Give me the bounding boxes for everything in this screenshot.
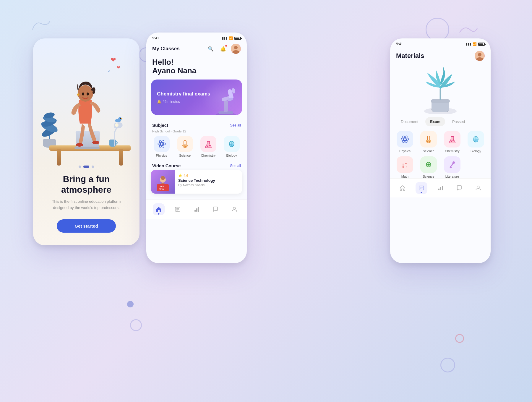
- mat-math-icon: + − × ÷: [397, 156, 413, 173]
- video-section-header: Video Course See all: [146, 160, 247, 170]
- mat-science[interactable]: Science: [419, 131, 439, 153]
- mat-nav-home[interactable]: [397, 182, 408, 194]
- svg-rect-47: [194, 210, 196, 212]
- dot-2[interactable]: [83, 166, 89, 168]
- dot-3[interactable]: [92, 166, 94, 168]
- svg-point-58: [404, 138, 406, 140]
- onboarding-content: ❤ ❤ ♪ Bring a fun atmosphere This is the…: [33, 38, 140, 245]
- nav-stats[interactable]: [191, 203, 202, 215]
- search-button[interactable]: 🔍: [206, 44, 215, 54]
- video-info: ⭐ 4.6 Science Technology By Nozomi Sasak…: [175, 170, 242, 194]
- onboarding-illustration: ❤ ❤ ♪: [33, 38, 140, 166]
- nav-profile[interactable]: [228, 203, 240, 215]
- subject-science[interactable]: Science: [174, 136, 195, 157]
- materials-subjects-row2: + − × ÷ Math Science: [390, 156, 491, 178]
- subject-section-header: Subject See all: [146, 120, 247, 129]
- svg-text:×: ×: [402, 166, 404, 169]
- svg-rect-49: [198, 207, 199, 212]
- physics-icon-wrap: [154, 136, 170, 152]
- mat-math[interactable]: + − × ÷ Math: [395, 156, 415, 178]
- mat-literature-icon: [444, 156, 460, 173]
- battery-icon-3: [478, 43, 485, 46]
- signal-icon: ▮▮▮: [222, 36, 227, 40]
- chemistry-icon-wrap: [200, 136, 216, 152]
- mat-nav-chat[interactable]: [453, 182, 465, 194]
- subject-grade: High School - Grade 12: [146, 129, 247, 133]
- mat-chemistry[interactable]: Chemistry: [442, 131, 462, 153]
- tab-document[interactable]: Document: [396, 117, 423, 126]
- svg-point-76: [428, 164, 429, 166]
- user-avatar-2[interactable]: [231, 44, 241, 54]
- phone-my-classes: 9:41 ▮▮▮ 📶 My Classes 🔍 🔔: [146, 33, 247, 263]
- subject-physics[interactable]: Physics: [151, 136, 172, 157]
- person-character: [69, 73, 104, 147]
- notification-button[interactable]: 🔔: [218, 44, 228, 54]
- materials-header: Materials: [390, 48, 491, 64]
- video-course-card[interactable]: Live Now ⭐ 4.6 Science Technology By Noz…: [151, 170, 242, 194]
- mat-nav-classes[interactable]: [416, 182, 427, 194]
- nav-classes[interactable]: [172, 203, 184, 215]
- plant-decoration: [39, 105, 66, 149]
- microscope-illustration: [213, 87, 239, 115]
- get-started-button[interactable]: Get started: [57, 219, 116, 233]
- nav-chat[interactable]: [210, 203, 221, 215]
- mat-science-icon: [420, 131, 437, 147]
- svg-rect-85: [440, 187, 441, 190]
- status-bar-3: 9:41 ▮▮▮ 📶: [390, 38, 491, 48]
- phone-materials: 9:41 ▮▮▮ 📶 Materials: [390, 38, 491, 263]
- svg-rect-33: [184, 141, 186, 145]
- bottom-nav-2: [146, 200, 247, 219]
- svg-rect-24: [224, 100, 228, 112]
- mat-nav-stats[interactable]: [434, 182, 446, 194]
- exam-banner-title: Chemistry final exams: [157, 91, 236, 97]
- subject-chemistry[interactable]: Chemistry: [198, 136, 219, 157]
- app-title-2: My Classes: [152, 46, 180, 52]
- svg-point-29: [160, 143, 163, 145]
- subject-see-all[interactable]: See all: [230, 123, 241, 127]
- tab-passed[interactable]: Passed: [447, 117, 470, 126]
- live-badge: Live Now: [157, 184, 169, 191]
- subjects-grid: Physics Science: [146, 136, 247, 157]
- video-see-all[interactable]: See all: [230, 164, 241, 168]
- dot-1[interactable]: [79, 166, 81, 168]
- status-icons-2: ▮▮▮ 📶: [222, 36, 241, 40]
- mat-science-label: Science: [423, 149, 434, 153]
- mat-nav-profile[interactable]: [472, 182, 484, 194]
- desk-leg-right: [119, 149, 123, 166]
- music-note-decoration: ♪: [108, 68, 110, 73]
- bottom-nav-3: [390, 178, 491, 197]
- video-title: Video Course: [152, 163, 181, 168]
- materials-subjects-row1: Physics Science: [390, 131, 491, 153]
- exam-banner-time: 🔔 45 minutes: [157, 100, 236, 104]
- nav-active-indicator: [158, 213, 160, 215]
- svg-point-9: [92, 141, 99, 144]
- subject-title: Subject: [152, 123, 168, 128]
- mat-biology[interactable]: Biology: [466, 131, 486, 153]
- svg-rect-28: [231, 88, 236, 94]
- status-icons-3: ▮▮▮ 📶: [466, 42, 485, 46]
- materials-plant-illustration: [390, 64, 491, 117]
- svg-rect-84: [438, 189, 439, 190]
- video-course-title: Science Technology: [178, 178, 239, 183]
- mat-physics[interactable]: Physics: [395, 131, 415, 153]
- exam-banner[interactable]: Chemistry final exams 🔔 45 minutes: [151, 80, 242, 115]
- subject-biology[interactable]: Biology: [221, 136, 242, 157]
- biology-icon-wrap: [224, 136, 240, 152]
- svg-rect-62: [427, 136, 430, 140]
- svg-rect-86: [442, 186, 443, 190]
- desk-leg-left: [57, 149, 61, 166]
- onboarding-subtitle: This is the first online education platf…: [33, 199, 140, 211]
- mat-math-label: Math: [401, 175, 408, 178]
- svg-point-12: [87, 93, 89, 95]
- mat-science-2[interactable]: Science: [419, 156, 439, 178]
- nav-home[interactable]: [153, 203, 165, 215]
- svg-point-66: [451, 141, 452, 142]
- svg-point-21: [234, 46, 238, 49]
- svg-point-39: [207, 145, 207, 146]
- svg-point-37: [207, 146, 208, 147]
- tab-exam[interactable]: Exam: [425, 117, 445, 126]
- phone-onboarding: ❤ ❤ ♪ Bring a fun atmosphere This is the…: [33, 38, 140, 245]
- user-avatar-3[interactable]: [475, 51, 485, 61]
- mat-literature[interactable]: Literature: [442, 156, 462, 178]
- bell-icon-banner: 🔔: [157, 100, 161, 104]
